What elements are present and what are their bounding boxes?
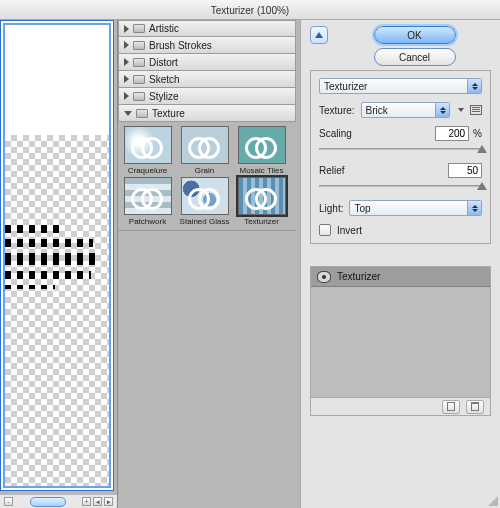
texture-label: Texture: [319,105,355,116]
thumb-label: Craquelure [128,166,168,175]
category-label: Stylize [149,91,178,102]
filter-settings-panel: Texturizer Texture: Brick Scaling % [310,70,491,244]
thumb-grain[interactable]: Grain [177,126,232,175]
cancel-button[interactable]: Cancel [374,48,456,66]
select-stepper-icon [435,103,449,117]
light-label: Light: [319,203,343,214]
scaling-input[interactable] [435,126,469,141]
preview-footer: - + ◂ ▸ [0,494,117,508]
preview-canvas[interactable] [3,23,111,488]
filter-name-select[interactable]: Texturizer [319,78,482,94]
settings-column: OK Cancel Texturizer Texture: Brick [300,20,500,508]
main-area: - + ◂ ▸ Artistic Brush Strokes Distort [0,20,500,508]
select-stepper-icon [467,79,481,93]
thumb-label: Grain [195,166,215,175]
relief-slider[interactable] [319,180,482,192]
thumbnail-grid: Craquelure Grain Mosaic Tiles Patchwork … [118,122,296,231]
new-effect-layer-button[interactable] [442,400,460,414]
zoom-out-button[interactable]: - [4,497,13,506]
thumb-craquelure[interactable]: Craquelure [120,126,175,175]
thumb-label: Patchwork [129,217,166,226]
scaling-suffix: % [473,128,482,139]
category-stylize[interactable]: Stylize [118,88,296,105]
thumb-texturizer[interactable]: Texturizer [234,177,289,226]
select-stepper-icon [467,201,481,215]
select-value: Texturizer [324,81,367,92]
folder-icon [133,92,145,101]
category-brush-strokes[interactable]: Brush Strokes [118,37,296,54]
transparency-checker [5,135,109,486]
scaling-slider[interactable] [319,143,482,155]
folder-icon [136,109,148,118]
chevron-down-icon [124,111,132,116]
nav-next-button[interactable]: ▸ [104,497,113,506]
effect-layers-footer [311,397,490,415]
chevron-right-icon [124,41,129,49]
window-title: Texturizer (100%) [211,5,289,16]
category-label: Texture [152,108,185,119]
thumb-label: Stained Glass [180,217,230,226]
thumb-patchwork[interactable]: Patchwork [120,177,175,226]
zoom-in-button[interactable]: + [82,497,91,506]
texture-select[interactable]: Brick [361,102,450,118]
browser-empty-area [118,231,296,508]
slider-thumb-icon[interactable] [477,145,487,153]
texture-menu-icon[interactable] [470,105,482,115]
collapse-button[interactable] [310,26,328,44]
filter-browser: Artistic Brush Strokes Distort Sketch St [118,20,296,508]
relief-input[interactable] [448,163,482,178]
effect-layer-label: Texturizer [337,271,380,282]
category-distort[interactable]: Distort [118,54,296,71]
folder-icon [133,58,145,67]
chevron-right-icon [124,58,129,66]
invert-label: Invert [337,225,362,236]
button-label: OK [407,30,421,41]
ok-button[interactable]: OK [374,26,456,44]
category-list: Artistic Brush Strokes Distort Sketch St [118,20,296,231]
chevron-up-icon [315,32,323,38]
category-sketch[interactable]: Sketch [118,71,296,88]
category-label: Brush Strokes [149,40,212,51]
thumb-label: Mosaic Tiles [239,166,283,175]
chevron-right-icon [124,75,129,83]
chevron-right-icon [124,25,129,33]
effect-layer-row[interactable]: Texturizer [311,267,490,287]
zoom-indicator[interactable] [30,497,66,507]
folder-icon [133,41,145,50]
thumb-label: Texturizer [244,217,279,226]
thumb-stained-glass[interactable]: Stained Glass [177,177,232,226]
trash-icon [471,402,479,411]
chevron-right-icon [124,92,129,100]
relief-label: Relief [319,165,345,176]
preview-column: - + ◂ ▸ [0,20,118,508]
nav-prev-button[interactable]: ◂ [93,497,102,506]
select-value: Brick [366,105,388,116]
effect-layers-panel: Texturizer [310,266,491,416]
category-artistic[interactable]: Artistic [118,20,296,37]
slider-thumb-icon[interactable] [477,182,487,190]
window-titlebar: Texturizer (100%) [0,0,500,20]
category-label: Sketch [149,74,180,85]
scaling-label: Scaling [319,128,352,139]
resize-grip-icon[interactable] [486,494,498,506]
category-label: Artistic [149,23,179,34]
document-icon [447,402,455,411]
delete-effect-layer-button[interactable] [466,400,484,414]
preview-frame [0,20,114,491]
folder-icon [133,75,145,84]
select-value: Top [354,203,370,214]
texture-fly-out-icon[interactable] [458,108,464,112]
eye-icon[interactable] [317,271,331,283]
category-texture[interactable]: Texture [118,105,296,122]
preview-content [5,225,97,295]
invert-checkbox[interactable] [319,224,331,236]
light-select[interactable]: Top [349,200,482,216]
folder-icon [133,24,145,33]
category-label: Distort [149,57,178,68]
button-label: Cancel [399,52,430,63]
thumb-mosaic-tiles[interactable]: Mosaic Tiles [234,126,289,175]
